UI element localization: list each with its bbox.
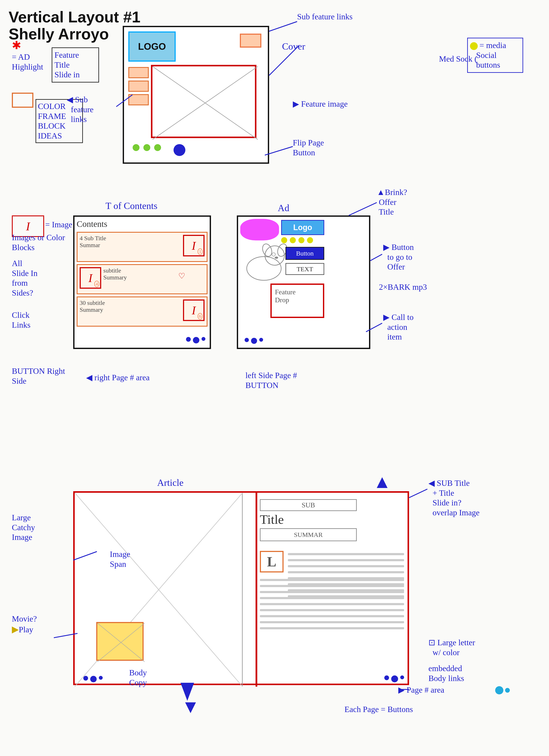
wf-small-orange-box [240, 34, 262, 48]
wf-feature-image-x [153, 66, 258, 140]
ad-pink-blob [240, 219, 279, 240]
annot-button-right: BUTTON RightSide [12, 366, 65, 386]
article-body-lines-2 [260, 579, 404, 633]
svg-marker-25 [377, 477, 387, 488]
body-copy-arrow [184, 696, 197, 714]
annot-call-to-action: ▶ Call to action item [383, 312, 413, 342]
annot-brink-offer: ▲Brink? Offer Title [377, 187, 407, 217]
wf-sublink-1 [128, 67, 149, 78]
toc-row1-image: I 1 [183, 235, 205, 256]
annot-page-area: ▶ Page # area [398, 685, 444, 695]
svg-point-4 [261, 243, 274, 258]
wf-dot-blue [174, 144, 185, 156]
title-block: Vertical Layout #1 Shelly Arroyo [9, 9, 140, 43]
annot-image-span: ImageSpan [110, 549, 130, 569]
toc-row3-text: 30 subtitleSummary [80, 299, 105, 313]
annot-article-label: Article [157, 477, 184, 489]
ad-text-box: TEXT [285, 263, 324, 275]
annot-ad-label: Ad [278, 203, 289, 214]
toc-row-2: subtitleSummary I 4 ♡ [77, 264, 208, 294]
annot-cover: Cover [282, 41, 305, 52]
legend-orange-box [12, 93, 33, 108]
toc-row2-image: I 4 [80, 267, 101, 289]
svg-point-6 [272, 253, 275, 256]
article-right: SUB Title SUMMAR L [243, 493, 410, 687]
annot-embedded-links: embeddedBody links [428, 664, 464, 683]
svg-point-7 [275, 257, 278, 259]
wf-nav-dots [133, 144, 185, 156]
article-movie-box [96, 622, 144, 661]
article-sub-arrow [376, 477, 389, 495]
toc-contents-title: Contents [77, 219, 107, 229]
wireframe-ad: Logo [237, 215, 370, 349]
ad-button-box[interactable]: Button [285, 247, 324, 260]
wf-dot-green-2 [143, 144, 150, 151]
ad-feature-drop-box: FeatureDrop [271, 284, 324, 318]
svg-line-12 [269, 22, 297, 31]
wireframe-article: SUB Title SUMMAR L [73, 491, 409, 685]
wf-logo-box: LOGO [128, 31, 176, 62]
annot-flip-page: Flip PageButton [293, 138, 324, 157]
annot-sub-feature-links: Sub feature links [297, 12, 353, 22]
svg-line-16 [349, 203, 377, 215]
svg-line-19 [409, 489, 427, 498]
article-left [75, 493, 243, 687]
annot-sub-feature-links-left: ◀ Sub feature links [67, 95, 93, 124]
toc-row-3: 30 subtitleSummary I 6 [77, 296, 208, 327]
annot-movie-play: Movie?▶Play [12, 614, 37, 635]
annot-image-label: = Image [45, 220, 72, 230]
article-title-label: Title [260, 512, 284, 527]
toc-row1-text: 4 Sub TitleSummar [80, 235, 106, 249]
wf-dot-green-1 [133, 144, 140, 151]
annot-click-links: ClickLinks [12, 310, 31, 330]
annot-toc-header: T of Contents [106, 200, 157, 212]
article-right-paw-dots [384, 675, 404, 682]
svg-point-2 [247, 257, 281, 280]
main-title-line1: Vertical Layout #1 [9, 9, 140, 26]
annot-ad-highlight: ✱= ADHighlight [12, 39, 55, 72]
wf-sublink-3 [128, 94, 149, 105]
article-large-letter-box: L [260, 551, 283, 572]
wireframe-cover: LOGO [123, 26, 269, 164]
annot-large-letter: ⊡ Large letter w/ color [428, 638, 475, 657]
wf-dot-green-3 [154, 144, 161, 151]
wireframe-toc: Contents 4 Sub TitleSummar I 1 subtitleS… [73, 215, 211, 349]
article-left-paw-dots [83, 676, 103, 682]
annot-bark-mp3: 2×BARK mp3 [379, 282, 427, 292]
annot-feature-image: ▶ Feature image [293, 99, 348, 109]
svg-line-17 [370, 254, 382, 261]
annot-sub-title-slide: ◀ SUB Title + Title Slide in? overlap Im… [428, 478, 479, 518]
ad-logo-box: Logo [281, 220, 324, 235]
wf-logo-text: LOGO [138, 41, 166, 52]
ad-paw-dots [245, 338, 263, 344]
article-sub-box: SUB [260, 499, 357, 511]
wf-sublink-2 [128, 81, 149, 92]
ad-dog-svg [240, 238, 287, 281]
toc-row-1: 4 Sub TitleSummar I 1 [77, 232, 208, 262]
annot-right-page-area: ◀ right Page # area [86, 373, 150, 383]
article-red-line [256, 493, 257, 687]
movie-x [97, 623, 145, 662]
ad-dog-sketch [240, 238, 287, 281]
annot-left-side-page: left Side Page #BUTTON [246, 371, 297, 390]
annot-large-catchy: LargeCatchyImage [12, 513, 35, 542]
svg-marker-24 [185, 702, 196, 713]
toc-row3-image: I 6 [183, 299, 205, 321]
annot-images-color: Images or ColorBlocks [12, 233, 79, 252]
annot-body-copy: BodyCopy [129, 668, 147, 687]
annot-all-slide: AllSlide InfromSides? [12, 259, 74, 298]
toc-paw-dots [186, 337, 206, 343]
annot-each-page: Each Page = Buttons [344, 705, 413, 714]
toc-row2-text: subtitleSummary [103, 267, 127, 281]
annot-feature-title: FeatureTitleSlide in [52, 47, 99, 83]
article-summar-box: SUMMAR [260, 528, 357, 541]
page: Vertical Layout #1 Shelly Arroyo ✱= ADHi… [0, 0, 549, 756]
paw-icon-page-area [495, 686, 510, 694]
annot-med-sock: Med Sock ( [439, 54, 538, 64]
annot-button-go-offer: ▶ Button to go to Offer [383, 242, 414, 272]
wf-feature-image-box [151, 65, 257, 138]
